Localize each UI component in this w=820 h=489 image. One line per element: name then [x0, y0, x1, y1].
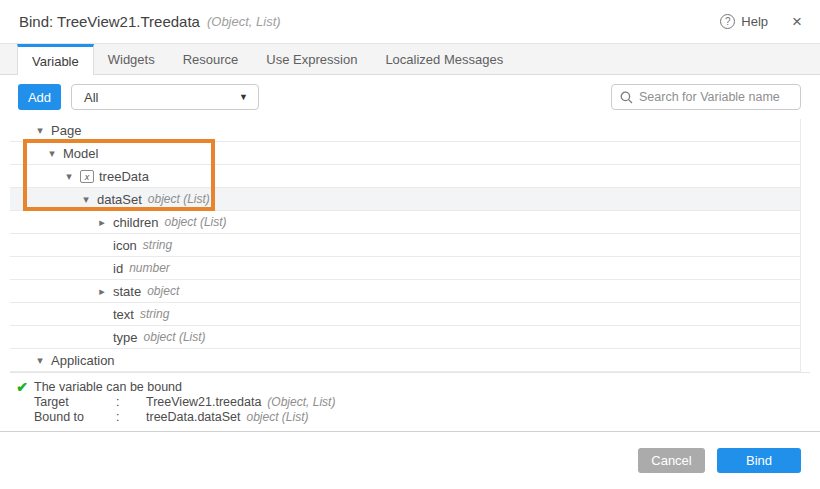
success-check-icon: ✔	[10, 380, 34, 395]
close-icon[interactable]: ×	[792, 13, 802, 30]
bound-to-colon: :	[116, 410, 146, 425]
tab-localized-messages[interactable]: Localized Messages	[371, 44, 517, 74]
node-type: string	[143, 238, 172, 252]
bound-to-value: treeData.dataSet	[146, 410, 241, 425]
node-label: text	[113, 307, 134, 322]
node-label: Page	[51, 123, 81, 138]
help-label: Help	[741, 14, 768, 29]
target-value: TreeView21.treedata	[146, 395, 261, 410]
variable-tree: ▾Page▾Model▾xtreeData▾dataSetobject (Lis…	[10, 119, 801, 372]
node-type: object (List)	[144, 330, 206, 344]
dialog-footer: Cancel Bind	[0, 431, 820, 489]
help-button[interactable]: ? Help	[720, 14, 768, 29]
caret-down-icon[interactable]: ▾	[63, 170, 75, 183]
target-colon: :	[116, 395, 146, 410]
caret-down-icon[interactable]: ▾	[34, 354, 46, 367]
node-label: treeData	[99, 169, 149, 184]
tree-row-text[interactable]: ▸textstring	[10, 303, 800, 326]
tree-row-type[interactable]: ▸typeobject (List)	[10, 326, 800, 349]
target-type: (Object, List)	[267, 395, 335, 410]
caret-down-icon[interactable]: ▾	[46, 147, 58, 160]
variable-filter-select[interactable]: All ▼	[71, 84, 259, 110]
caret-right-icon[interactable]: ▸	[96, 216, 108, 229]
tree-row-treedata[interactable]: ▾xtreeData	[10, 165, 800, 188]
bound-to-label: Bound to	[34, 410, 116, 425]
node-type: string	[140, 307, 169, 321]
caret-down-icon[interactable]: ▾	[80, 193, 92, 206]
node-label: state	[113, 284, 141, 299]
help-icon: ?	[720, 14, 735, 29]
tree-row-children[interactable]: ▸childrenobject (List)	[10, 211, 800, 234]
tree-row-application[interactable]: ▾Application	[10, 349, 800, 372]
tree-row-id[interactable]: ▸idnumber	[10, 257, 800, 280]
search-icon	[620, 91, 633, 104]
status-target-row: Target:TreeView21.treedata(Object, List)	[34, 395, 810, 410]
status-message: The variable can be bound	[34, 380, 182, 395]
tree-row-icon[interactable]: ▸iconstring	[10, 234, 800, 257]
select-caret-icon: ▼	[239, 92, 248, 102]
caret-down-icon[interactable]: ▾	[34, 124, 46, 137]
bind-dialog: Bind: TreeView21.Treedata (Object, List)…	[0, 0, 820, 489]
target-label: Target	[34, 395, 116, 410]
node-type: object (List)	[148, 192, 210, 206]
tree-row-page[interactable]: ▾Page	[10, 119, 800, 142]
tab-resource[interactable]: Resource	[169, 44, 253, 74]
node-type: object (List)	[165, 215, 227, 229]
tree-row-state[interactable]: ▸stateobject	[10, 280, 800, 303]
add-variable-button[interactable]: Add	[18, 84, 61, 110]
variable-filter-value: All	[84, 90, 98, 105]
node-label: type	[113, 330, 138, 345]
node-type: number	[129, 261, 170, 275]
tree-row-model[interactable]: ▾Model	[10, 142, 800, 165]
dialog-titlebar: Bind: TreeView21.Treedata (Object, List)…	[0, 0, 820, 43]
variable-toolbar: Add All ▼	[0, 75, 820, 110]
cancel-button[interactable]: Cancel	[638, 448, 705, 473]
node-label: Application	[51, 353, 115, 368]
node-label: dataSet	[97, 192, 142, 207]
bound-to-type: object (List)	[247, 410, 309, 425]
dialog-title-type: (Object, List)	[207, 14, 281, 29]
tab-bar: VariableWidgetsResourceUse ExpressionLoc…	[0, 43, 820, 75]
tab-use-expression[interactable]: Use Expression	[252, 44, 371, 74]
node-type: object	[147, 284, 179, 298]
tab-widgets[interactable]: Widgets	[94, 44, 169, 74]
status-bound-row: Bound to:treeData.dataSetobject (List)	[34, 410, 810, 425]
variable-icon: x	[80, 170, 94, 183]
node-label: id	[113, 261, 123, 276]
bind-button[interactable]: Bind	[717, 448, 801, 473]
node-label: Model	[63, 146, 98, 161]
tree-row-dataset[interactable]: ▾dataSetobject (List)	[10, 188, 800, 211]
node-label: children	[113, 215, 159, 230]
dialog-title: Bind: TreeView21.Treedata	[19, 13, 200, 30]
variable-search-box	[611, 84, 801, 110]
caret-right-icon[interactable]: ▸	[96, 285, 108, 298]
tab-variable[interactable]: Variable	[17, 44, 94, 75]
node-label: icon	[113, 238, 137, 253]
search-input[interactable]	[639, 90, 792, 104]
binding-status: ✔ The variable can be bound Target:TreeV…	[10, 372, 810, 425]
